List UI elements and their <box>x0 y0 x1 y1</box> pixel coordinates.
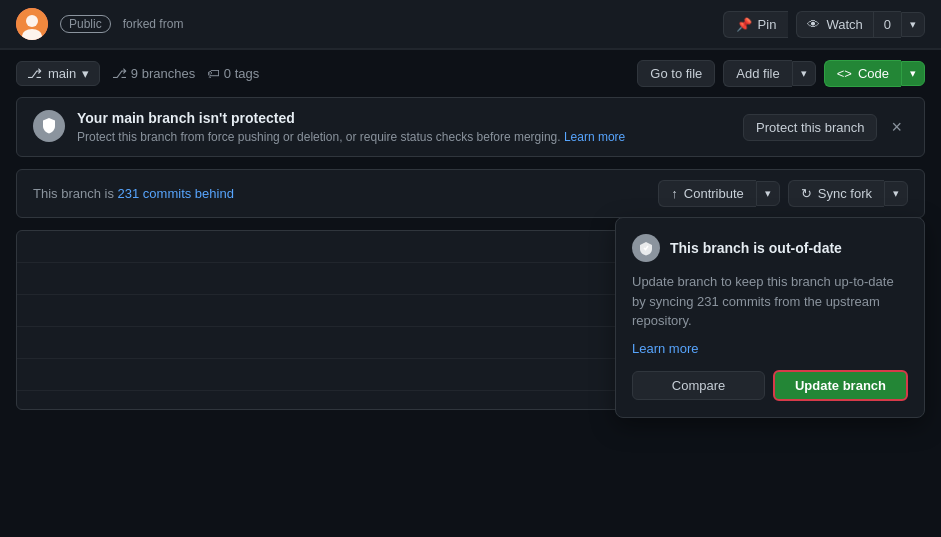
branch-toolbar-left: ⎇ main ▾ ⎇ 9 branches 🏷 0 tags <box>16 61 259 86</box>
out-of-date-popup: This branch is out-of-date Update branch… <box>615 217 925 418</box>
svg-point-1 <box>26 15 38 27</box>
protection-title: Your main branch isn't protected <box>77 110 625 126</box>
branch-toolbar-right: Go to file Add file ▾ <> Code ▾ <box>637 60 925 87</box>
protection-banner-left: Your main branch isn't protected Protect… <box>33 110 625 144</box>
tags-count: 0 <box>224 66 231 81</box>
code-button-group[interactable]: <> Code ▾ <box>824 60 925 87</box>
branch-icon: ⎇ <box>27 66 42 81</box>
pin-button[interactable]: 📌 Pin <box>723 11 789 38</box>
branch-selector[interactable]: ⎇ main ▾ <box>16 61 100 86</box>
code-chevron-icon[interactable]: ▾ <box>901 61 925 86</box>
popup-body: Update branch to keep this branch up-to-… <box>632 272 908 331</box>
sync-fork-chevron-icon[interactable]: ▾ <box>884 181 908 206</box>
protection-learn-more-link[interactable]: Learn more <box>564 130 625 144</box>
branch-name: main <box>48 66 76 81</box>
commits-text: This branch is 231 commits behind <box>33 186 234 201</box>
contribute-label: Contribute <box>684 186 744 201</box>
protection-banner-right: Protect this branch × <box>743 114 908 141</box>
branch-toolbar: ⎇ main ▾ ⎇ 9 branches 🏷 0 tags Go to fil… <box>0 50 941 97</box>
public-badge: Public <box>60 15 111 33</box>
watch-button[interactable]: 👁 Watch <box>796 11 872 38</box>
branch-chevron-icon: ▾ <box>82 66 89 81</box>
go-to-file-button[interactable]: Go to file <box>637 60 715 87</box>
sync-fork-button[interactable]: ↻ Sync fork <box>788 180 884 207</box>
sync-fork-button-group[interactable]: ↻ Sync fork ▾ <box>788 180 908 207</box>
tags-info[interactable]: 🏷 0 tags <box>207 66 259 81</box>
add-file-button-group[interactable]: Add file ▾ <box>723 60 815 87</box>
code-label: Code <box>858 66 889 81</box>
compare-button[interactable]: Compare <box>632 371 765 400</box>
tags-label: tags <box>235 66 260 81</box>
popup-card: This branch is out-of-date Update branch… <box>615 217 925 418</box>
contribute-chevron-icon[interactable]: ▾ <box>756 181 780 206</box>
contribute-button[interactable]: ↑ Contribute <box>658 180 755 207</box>
branches-count: 9 <box>131 66 138 81</box>
protection-banner: Your main branch isn't protected Protect… <box>16 97 925 157</box>
branches-label: branches <box>142 66 195 81</box>
add-file-button[interactable]: Add file <box>723 60 791 87</box>
commits-section: This branch is 231 commits behind ↑ Cont… <box>16 169 925 218</box>
pin-icon: 📌 <box>736 17 752 32</box>
commits-actions: ↑ Contribute ▾ ↻ Sync fork ▾ <box>658 180 908 207</box>
contribute-button-group[interactable]: ↑ Contribute ▾ <box>658 180 779 207</box>
branches-info[interactable]: ⎇ 9 branches <box>112 66 195 81</box>
popup-branch-icon <box>632 234 660 262</box>
protection-icon <box>33 110 65 142</box>
code-button[interactable]: <> Code <box>824 60 901 87</box>
popup-actions: Compare Update branch <box>632 370 908 401</box>
popup-header: This branch is out-of-date <box>632 234 908 262</box>
sync-fork-label: Sync fork <box>818 186 872 201</box>
protection-description: Protect this branch from force pushing o… <box>77 130 625 144</box>
pin-label: Pin <box>758 17 777 32</box>
protection-banner-text: Your main branch isn't protected Protect… <box>77 110 625 144</box>
branch-fork-icon: ⎇ <box>112 66 127 81</box>
contribute-icon: ↑ <box>671 186 678 201</box>
sync-icon: ↻ <box>801 186 812 201</box>
popup-title: This branch is out-of-date <box>670 240 842 256</box>
protection-banner-close-button[interactable]: × <box>885 115 908 140</box>
commits-bar: This branch is 231 commits behind ↑ Cont… <box>16 169 925 218</box>
update-branch-button[interactable]: Update branch <box>773 370 908 401</box>
eye-icon: 👁 <box>807 17 820 32</box>
commits-behind-link[interactable]: 231 commits behind <box>118 186 234 201</box>
tag-icon: 🏷 <box>207 66 220 81</box>
add-file-chevron-icon[interactable]: ▾ <box>792 61 816 86</box>
avatar <box>16 8 48 40</box>
watch-button-group[interactable]: 👁 Watch 0 ▾ <box>796 11 925 38</box>
forked-from-label: forked from <box>123 17 184 31</box>
watch-label: Watch <box>826 17 862 32</box>
commits-prefix: This branch is <box>33 186 114 201</box>
pin-button-group[interactable]: 📌 Pin <box>723 11 789 38</box>
watch-count[interactable]: 0 <box>873 11 901 38</box>
popup-learn-more-link[interactable]: Learn more <box>632 341 908 356</box>
code-icon: <> <box>837 66 852 81</box>
top-bar-left: Public forked from <box>16 8 183 40</box>
watch-chevron-icon[interactable]: ▾ <box>901 12 925 37</box>
top-bar: Public forked from 📌 Pin 👁 Watch 0 ▾ <box>0 0 941 49</box>
top-bar-right: 📌 Pin 👁 Watch 0 ▾ <box>723 11 925 38</box>
protect-branch-button[interactable]: Protect this branch <box>743 114 877 141</box>
